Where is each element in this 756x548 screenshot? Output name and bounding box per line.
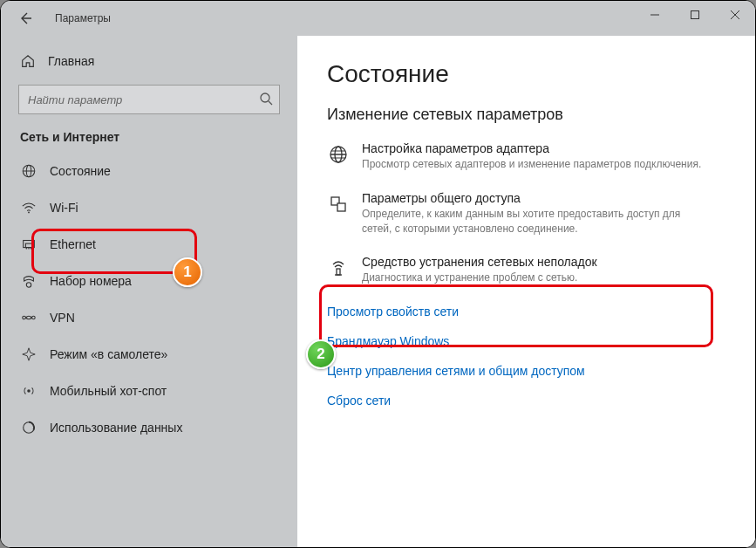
globe-icon [21,163,37,179]
globe-icon [328,144,349,165]
window-controls [635,1,755,29]
sidebar-item-status[interactable]: Состояние [1,153,297,189]
search-icon [259,92,273,109]
svg-line-5 [269,101,272,105]
page-title: Состояние [327,60,738,88]
sidebar-item-label: Мобильный хот-спот [50,384,167,398]
sidebar-item-airplane[interactable]: Режим «в самолете» [1,336,297,373]
minimize-button[interactable] [635,1,675,29]
link-network-center[interactable]: Центр управления сетями и общим доступом [327,364,738,378]
sidebar-item-label: VPN [50,311,75,325]
sidebar-item-wifi[interactable]: Wi-Fi [1,189,297,226]
svg-point-17 [32,316,36,319]
sidebar-home-label: Главная [48,54,94,68]
svg-point-9 [28,212,30,214]
sidebar-category: Сеть и Интернет [1,130,297,153]
setting-desc: Просмотр сетевых адаптеров и изменение п… [362,157,701,172]
setting-desc: Диагностика и устранение проблем с сетью… [362,271,597,285]
sidebar-item-label: Wi-Fi [50,201,78,215]
svg-rect-26 [337,203,345,211]
setting-title: Средство устранения сетевых неполадок [362,255,597,269]
svg-rect-1 [691,11,699,19]
annotation-badge-1: 1 [173,257,202,287]
sidebar-item-dialup[interactable]: Набор номера [1,263,297,299]
arrow-left-icon [18,11,32,25]
svg-point-15 [26,283,31,287]
sidebar-item-vpn[interactable]: VPN [1,299,297,336]
sidebar-item-hotspot[interactable]: Мобильный хот-спот [1,373,297,409]
section-title: Изменение сетевых параметров [327,106,738,124]
sidebar-search [18,85,280,114]
sidebar-item-home[interactable]: Главная [1,46,297,76]
settings-window: Параметры Главная Сеть и Интернет Состоя… [0,0,756,548]
svg-point-18 [27,389,31,393]
sidebar: Главная Сеть и Интернет Состояние Wi-Fi … [1,36,297,547]
setting-desc: Определите, к каким данным вы хотите пре… [362,207,711,236]
link-network-reset[interactable]: Сброс сети [327,394,738,408]
sidebar-item-ethernet[interactable]: Ethernet [1,226,297,263]
sidebar-item-label: Состояние [50,164,111,178]
setting-sharing-options[interactable]: Параметры общего доступа Определите, к к… [327,191,738,236]
svg-rect-27 [337,269,340,275]
back-button[interactable] [8,1,43,36]
share-icon [328,194,349,215]
setting-troubleshoot[interactable]: Средство устранения сетевых неполадок Ди… [327,255,738,285]
window-title: Параметры [55,12,111,24]
sidebar-item-label: Режим «в самолете» [50,347,167,361]
search-input[interactable] [18,85,280,114]
home-icon [20,53,36,69]
maximize-button[interactable] [675,1,715,29]
link-network-properties[interactable]: Просмотр свойств сети [327,305,738,319]
close-button[interactable] [715,1,755,29]
airplane-icon [21,346,37,362]
sidebar-item-label: Использование данных [50,421,182,435]
sidebar-item-datausage[interactable]: Использование данных [1,409,297,446]
main-content: Состояние Изменение сетевых параметров Н… [297,36,755,547]
svg-rect-11 [25,243,31,248]
setting-adapter-options[interactable]: Настройка параметров адаптера Просмотр с… [327,141,738,172]
svg-point-4 [261,93,269,102]
sidebar-item-label: Ethernet [50,237,96,251]
setting-title: Настройка параметров адаптера [362,141,701,155]
ethernet-icon [21,236,37,252]
troubleshoot-icon [328,257,349,278]
setting-title: Параметры общего доступа [362,191,711,205]
svg-point-16 [23,316,26,319]
annotation-badge-2: 2 [306,339,336,369]
wifi-icon [21,200,37,216]
hotspot-icon [21,383,37,399]
link-firewall[interactable]: Брандмауэр Windows [327,334,738,348]
data-usage-icon [21,420,37,435]
titlebar: Параметры [1,1,755,36]
dialup-icon [21,273,37,289]
vpn-icon [21,310,37,325]
sidebar-item-label: Набор номера [50,274,132,288]
